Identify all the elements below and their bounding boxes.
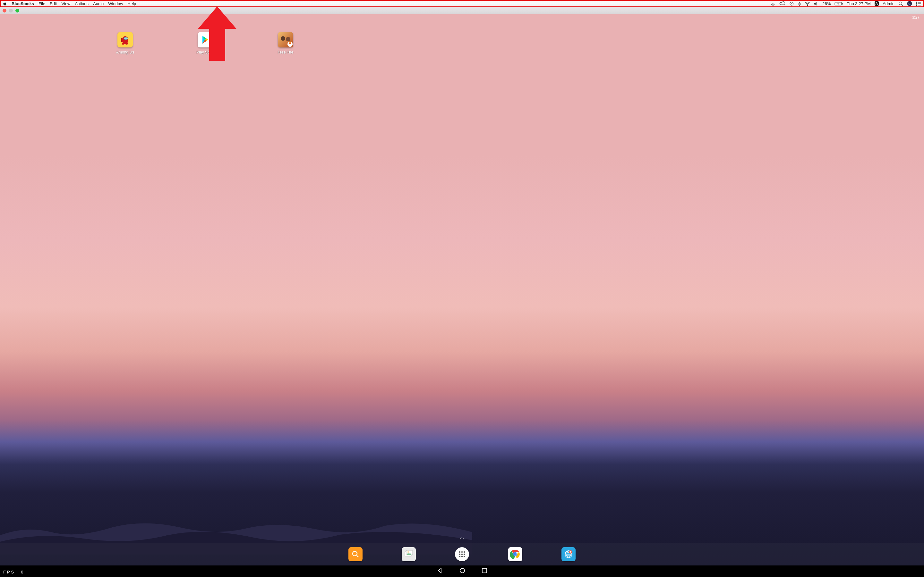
among-us-icon — [120, 34, 131, 45]
menu-audio[interactable]: Audio — [93, 1, 103, 6]
svg-point-17 — [124, 37, 128, 40]
android-wallpaper — [0, 14, 472, 295]
menu-actions[interactable]: Actions — [75, 1, 89, 6]
app-label: Among Us — [116, 50, 134, 55]
app-among-us[interactable]: Among Us — [109, 32, 141, 55]
apple-menu[interactable] — [3, 1, 7, 6]
window-maximize-button[interactable] — [15, 9, 19, 13]
window-close-button[interactable] — [3, 9, 6, 13]
svg-rect-16 — [126, 43, 128, 45]
menu-edit[interactable]: Edit — [50, 1, 57, 6]
app-label: Play Store — [196, 50, 214, 55]
emulator-viewport: 3:27 Among Us Play Store Free Fire ︿ — [0, 14, 472, 295]
window-minimize-button[interactable] — [9, 9, 13, 13]
svg-point-20 — [281, 36, 285, 41]
svg-rect-18 — [121, 38, 122, 42]
app-name-menu[interactable]: BlueStacks — [11, 1, 34, 6]
app-label: Free Fire — [278, 50, 294, 55]
play-store-icon — [200, 35, 210, 45]
android-status-bar[interactable]: 3:27 — [0, 14, 472, 21]
menu-help[interactable]: Help — [128, 1, 136, 6]
menu-file[interactable]: File — [39, 1, 45, 6]
app-play-store[interactable]: Play Store — [189, 32, 221, 55]
svg-rect-15 — [122, 43, 124, 45]
home-screen-apps: Among Us Play Store Free Fire — [109, 32, 302, 55]
window-titlebar — [0, 7, 472, 14]
menu-window[interactable]: Window — [108, 1, 123, 6]
svg-point-21 — [286, 37, 290, 41]
app-free-fire[interactable]: Free Fire — [270, 32, 302, 55]
menu-view[interactable]: View — [61, 1, 70, 6]
free-fire-icon — [278, 32, 293, 47]
macos-menubar: BlueStacks File Edit View Actions Audio … — [0, 0, 472, 7]
